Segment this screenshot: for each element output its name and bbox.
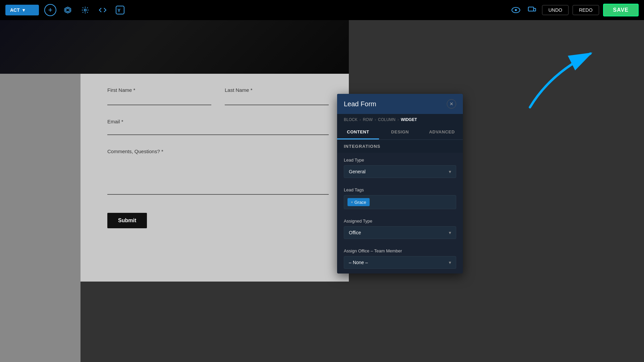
svg-point-4	[515, 9, 517, 11]
breadcrumb: BLOCK › ROW › COLUMN › WIDGET	[337, 114, 463, 125]
lead-type-arrow-icon: ▾	[449, 169, 451, 174]
tag-grace-label: Grace	[354, 200, 366, 205]
lead-tags-container[interactable]: × Grace	[344, 195, 456, 209]
first-name-label: First Name *	[107, 87, 211, 93]
arrow-annotation	[523, 40, 617, 114]
toolbar-right: UNDO REDO SAVE	[510, 4, 639, 16]
integrations-header: INTEGRATIONS	[337, 140, 463, 153]
svg-point-0	[84, 9, 86, 11]
panel-close-button[interactable]: ×	[447, 99, 456, 109]
panel-header: Lead Form ×	[337, 94, 463, 114]
email-input[interactable]	[107, 125, 329, 135]
lead-type-label: Lead Type	[344, 158, 456, 163]
panel-title: Lead Form	[344, 100, 376, 108]
layers-icon[interactable]	[62, 4, 74, 16]
breadcrumb-widget[interactable]: WIDGET	[401, 117, 417, 122]
chevron-down-icon: ▾	[22, 7, 25, 13]
page-select-label: ACT	[10, 7, 20, 13]
first-name-field: First Name *	[107, 87, 211, 105]
breadcrumb-sep-1: ›	[360, 117, 361, 122]
add-icon[interactable]: +	[44, 4, 56, 16]
lead-tags-label: Lead Tags	[344, 187, 456, 192]
first-name-input[interactable]	[107, 95, 211, 105]
breadcrumb-sep-3: ›	[397, 117, 399, 122]
breadcrumb-block[interactable]: BLOCK	[344, 117, 358, 122]
last-name-field: Last Name *	[225, 87, 329, 105]
assign-office-select[interactable]: – None – ▾	[344, 256, 456, 269]
panel-body: INTEGRATIONS Lead Type General ▾ Lead Ta…	[337, 140, 463, 274]
form-name-row: First Name * Last Name *	[107, 87, 329, 105]
last-name-label: Last Name *	[225, 87, 329, 93]
code-icon[interactable]	[97, 4, 109, 16]
lead-form-panel: Lead Form × BLOCK › ROW › COLUMN › WIDGE…	[337, 94, 463, 274]
assigned-type-select[interactable]: Office ▾	[344, 226, 456, 239]
assign-office-label: Assign Office – Team Member	[344, 248, 456, 253]
tag-grace[interactable]: × Grace	[347, 198, 370, 206]
assigned-type-label: Assigned Type	[344, 219, 456, 224]
submit-button[interactable]: Submit	[107, 213, 147, 228]
tag-grace-remove-icon[interactable]: ×	[351, 200, 353, 204]
main-area: First Name * Last Name * Email * Comment…	[0, 20, 644, 362]
assign-office-field: Assign Office – Team Member – None – ▾	[337, 244, 463, 274]
svg-text:Y: Y	[117, 8, 121, 13]
lead-type-select[interactable]: General ▾	[344, 165, 456, 178]
email-label: Email *	[107, 119, 123, 124]
yoast-icon[interactable]: Y	[114, 4, 126, 16]
lead-type-field: Lead Type General ▾	[337, 153, 463, 183]
breadcrumb-row[interactable]: ROW	[363, 117, 373, 122]
responsive-icon[interactable]	[526, 4, 538, 16]
redo-button[interactable]: REDO	[573, 5, 599, 15]
tab-content[interactable]: CONTENT	[337, 125, 379, 139]
preview-icon[interactable]	[510, 4, 522, 16]
svg-rect-6	[534, 8, 536, 11]
page-select-button[interactable]: ACT ▾	[5, 5, 39, 15]
settings-icon[interactable]	[79, 4, 91, 16]
tab-advanced[interactable]: ADVANCED	[421, 125, 463, 139]
lead-type-value: General	[349, 169, 366, 174]
assigned-type-field: Assigned Type Office ▾	[337, 214, 463, 244]
email-field-wrapper: Email *	[107, 119, 329, 135]
breadcrumb-sep-2: ›	[375, 117, 376, 122]
assign-office-arrow-icon: ▾	[449, 260, 451, 265]
comments-field-wrapper: Comments, Questions? *	[107, 148, 329, 196]
svg-rect-5	[528, 7, 534, 11]
save-button[interactable]: SAVE	[603, 4, 639, 16]
last-name-input[interactable]	[225, 95, 329, 105]
hero-background	[0, 20, 349, 74]
panel-tabs: CONTENT DESIGN ADVANCED	[337, 125, 463, 140]
tab-design[interactable]: DESIGN	[379, 125, 421, 139]
assign-office-value: – None –	[349, 260, 368, 265]
assigned-type-arrow-icon: ▾	[449, 230, 451, 235]
form-container: First Name * Last Name * Email * Comment…	[80, 74, 349, 282]
comments-textarea[interactable]	[107, 155, 329, 195]
hero-overlay	[0, 20, 349, 74]
breadcrumb-column[interactable]: COLUMN	[378, 117, 395, 122]
toolbar-left: ACT ▾ + Y	[5, 4, 126, 16]
undo-button[interactable]: UNDO	[542, 5, 569, 15]
comments-label: Comments, Questions? *	[107, 148, 163, 154]
lead-tags-field: Lead Tags × Grace	[337, 183, 463, 214]
toolbar: ACT ▾ + Y	[0, 0, 644, 20]
assigned-type-value: Office	[349, 230, 361, 235]
